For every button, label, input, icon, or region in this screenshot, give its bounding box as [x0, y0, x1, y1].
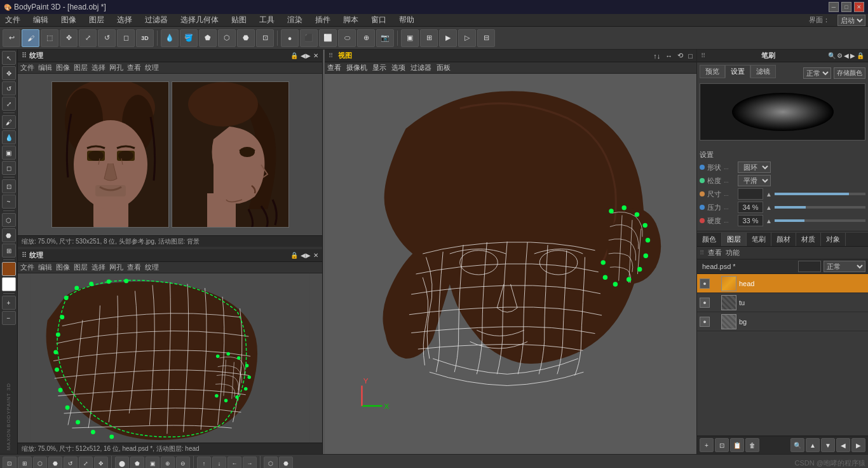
- lt-eyedrop[interactable]: 💧: [2, 130, 16, 144]
- right-panel-search[interactable]: 🔍: [828, 52, 836, 59]
- lt-eraser[interactable]: ◻: [2, 161, 16, 175]
- bt-btn-8[interactable]: ⬤: [115, 457, 129, 469]
- bt-btn-5[interactable]: ↺: [64, 457, 78, 469]
- rp-btn-3[interactable]: 📋: [730, 438, 744, 452]
- rp-btn-search[interactable]: 🔍: [790, 438, 804, 452]
- layers-t-func[interactable]: 功能: [726, 248, 740, 258]
- menu-select[interactable]: 选择: [114, 15, 135, 25]
- layers-tab-mat[interactable]: 材质: [796, 233, 821, 246]
- bt-btn-1[interactable]: ⊡: [3, 457, 17, 469]
- p1t-layer[interactable]: 图层: [74, 63, 88, 72]
- menu-help[interactable]: 帮助: [397, 15, 417, 25]
- menu-select-geo[interactable]: 选择几何体: [178, 15, 221, 25]
- size-slider[interactable]: [775, 193, 865, 195]
- right-panel-lock[interactable]: 🔒: [857, 52, 864, 59]
- bt-btn-16[interactable]: →: [243, 457, 257, 469]
- layers-tab-object[interactable]: 对象: [821, 233, 846, 246]
- p1t-texture[interactable]: 纹理: [145, 63, 159, 72]
- lt-brush[interactable]: 🖌: [2, 115, 16, 129]
- bt-btn-2[interactable]: ⊞: [18, 457, 32, 469]
- lt-rotate[interactable]: ↺: [2, 81, 16, 95]
- lt-smear[interactable]: ~: [2, 195, 16, 209]
- layer-item-head[interactable]: ● head: [697, 274, 868, 293]
- tool-render-preview[interactable]: ⊞: [420, 29, 438, 47]
- hardness-up[interactable]: ▲: [766, 217, 772, 224]
- panel1-lock-icon[interactable]: 🔒: [290, 52, 298, 59]
- panel1-expand[interactable]: ◀▶: [301, 52, 311, 59]
- close-button[interactable]: ✕: [854, 2, 864, 12]
- p1t-file[interactable]: 文件: [20, 63, 34, 72]
- bt-btn-7[interactable]: ✥: [94, 457, 108, 469]
- layer-eye-bg[interactable]: ●: [700, 317, 710, 327]
- tool-bucket[interactable]: 🪣: [180, 29, 198, 47]
- menu-layer[interactable]: 图层: [86, 15, 107, 25]
- layers-tab-color[interactable]: 颜色: [697, 233, 722, 246]
- lt-select[interactable]: ↖: [2, 51, 16, 65]
- right-panel-arrow-right[interactable]: ▶: [850, 52, 855, 59]
- tool-full-render[interactable]: ▷: [458, 29, 476, 47]
- lt-uv-select[interactable]: ⬣: [2, 228, 16, 242]
- tool-3d-btn[interactable]: 3D: [136, 29, 154, 47]
- brush-tab-filter[interactable]: 滤镜: [750, 65, 776, 78]
- menu-plugins[interactable]: 插件: [313, 15, 333, 25]
- p1t-mesh[interactable]: 网孔: [109, 63, 123, 72]
- menu-file[interactable]: 文件: [3, 15, 23, 25]
- layer-item-bg[interactable]: ● bg: [697, 312, 868, 331]
- layer-eye-tu[interactable]: ●: [700, 298, 710, 308]
- lt-zoom-out[interactable]: −: [2, 311, 16, 325]
- bt-btn-6[interactable]: ⤢: [79, 457, 93, 469]
- vp-nav-rotate[interactable]: ⟲: [677, 52, 683, 60]
- layout-select[interactable]: 启动: [837, 15, 865, 26]
- panel1-close[interactable]: ✕: [313, 52, 318, 59]
- tool-sphere[interactable]: ●: [281, 29, 299, 47]
- layers-tab-material[interactable]: 颜材: [771, 233, 796, 246]
- tool-cylinder[interactable]: ⬭: [338, 29, 356, 47]
- smooth-dropdown[interactable]: 平滑 硬: [738, 175, 771, 186]
- bt-btn-17[interactable]: ⬡: [264, 457, 278, 469]
- bt-btn-10[interactable]: ▣: [146, 457, 159, 469]
- tool-select-rect[interactable]: ⬚: [41, 29, 58, 47]
- layer-item-tu[interactable]: ● tu: [697, 293, 868, 312]
- pressure-input[interactable]: [738, 202, 763, 213]
- panel2-close[interactable]: ✕: [313, 252, 318, 259]
- tool-move[interactable]: ✥: [60, 29, 78, 47]
- tool-wireframe[interactable]: ⊟: [477, 29, 495, 47]
- tool-camera[interactable]: 📷: [376, 29, 394, 47]
- lt-color1[interactable]: [2, 262, 16, 276]
- rp-btn-up[interactable]: ▲: [806, 438, 820, 452]
- size-up[interactable]: ▲: [766, 191, 772, 198]
- p2t-layer[interactable]: 图层: [74, 263, 88, 272]
- menu-filter[interactable]: 过滤器: [142, 15, 170, 25]
- p2t-image[interactable]: 图像: [56, 263, 70, 272]
- pressure-slider[interactable]: [775, 206, 865, 209]
- p1t-image[interactable]: 图像: [56, 63, 70, 72]
- lt-color2[interactable]: [2, 277, 16, 291]
- tool-plane[interactable]: ⬜: [319, 29, 337, 47]
- size-input[interactable]: 82: [738, 188, 763, 200]
- bt-btn-9[interactable]: ⬟: [130, 457, 144, 469]
- tool-eyedrop[interactable]: 💧: [161, 29, 179, 47]
- right-panel-arrow-left[interactable]: ◀: [844, 52, 849, 59]
- minimize-button[interactable]: ─: [829, 2, 839, 12]
- bt-btn-14[interactable]: ↓: [212, 457, 226, 469]
- blend-mode-select[interactable]: 正常 正片叠底 滤色: [824, 261, 865, 272]
- menu-edit[interactable]: 编辑: [31, 15, 51, 25]
- lt-move[interactable]: ✥: [2, 66, 16, 80]
- menu-render[interactable]: 渲染: [285, 15, 305, 25]
- lt-scale[interactable]: ⤢: [2, 97, 16, 111]
- menu-scripts[interactable]: 脚本: [341, 15, 361, 25]
- rp-btn-1[interactable]: +: [700, 438, 714, 452]
- bt-btn-12[interactable]: ⊖: [176, 457, 190, 469]
- tool-misc[interactable]: ⊕: [357, 29, 375, 47]
- layers-tab-brush[interactable]: 笔刷: [747, 233, 771, 246]
- p1t-view[interactable]: 查看: [127, 63, 141, 72]
- layers-t-view[interactable]: 查看: [708, 248, 722, 258]
- tool-eraser[interactable]: ◻: [117, 29, 135, 47]
- vp-nav-right[interactable]: ↔: [665, 52, 672, 60]
- p2t-view[interactable]: 查看: [127, 263, 141, 272]
- rp-btn-2[interactable]: ⊡: [715, 438, 729, 452]
- bt-btn-15[interactable]: ←: [227, 457, 241, 469]
- tool-paint[interactable]: 🖌: [22, 29, 39, 47]
- bt-btn-3[interactable]: ⬡: [33, 457, 47, 469]
- tool-scale-2d[interactable]: ⤢: [79, 29, 97, 47]
